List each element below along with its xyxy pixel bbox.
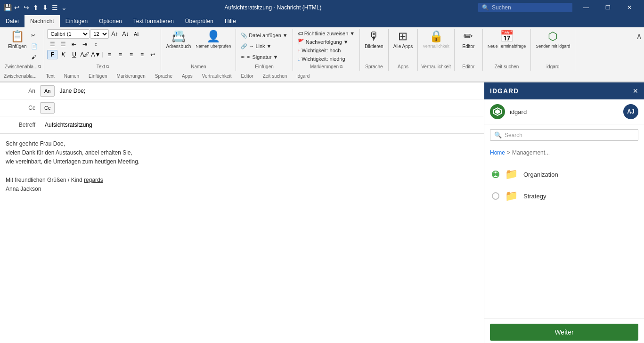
- richtlinie-button[interactable]: 🏷 Richtlinie zuweisen ▼: [296, 29, 357, 37]
- folder-name-organization: Organization: [523, 171, 558, 178]
- align-justify-button[interactable]: ≡: [137, 50, 147, 59]
- datei-dropdown[interactable]: ▼: [283, 33, 288, 38]
- folder-radio-organization[interactable]: [492, 171, 499, 178]
- cc-button[interactable]: Cc: [40, 102, 55, 114]
- editor-button[interactable]: ✏ Editor: [460, 29, 477, 63]
- side-footer: Weiter: [484, 318, 644, 343]
- side-close-button[interactable]: ✕: [633, 87, 638, 95]
- up-icon[interactable]: ⬆: [32, 4, 40, 11]
- body-line-1: Sehr geehrte Frau Doe,: [6, 139, 478, 148]
- an-button[interactable]: An: [40, 85, 55, 97]
- font-shrink-button[interactable]: A↓: [120, 29, 130, 39]
- customize-icon[interactable]: ☰: [51, 4, 58, 11]
- signatur-dropdown[interactable]: ▼: [273, 54, 278, 60]
- tab-textformatieren[interactable]: Text formatieren: [128, 15, 179, 27]
- font-family-select[interactable]: Calibri (1: [47, 29, 90, 39]
- font-row: Calibri (1 12 A↑ A↓ A⃝: [47, 29, 141, 39]
- kopieren-button[interactable]: 📄: [29, 41, 40, 51]
- tab-datei[interactable]: Datei: [0, 15, 24, 27]
- group-zeitsuchen: 📅 Neue Terminabfrage Zeit suchen: [483, 29, 531, 71]
- senden-mit-idgard-button[interactable]: ⬡ Senden mit idgard: [534, 29, 572, 63]
- restore-button[interactable]: ❐: [597, 0, 619, 15]
- wichtig-niedrig-button[interactable]: ↓ Wichtigkeit: niedrig: [296, 55, 357, 63]
- tab-einfuegen[interactable]: Einfügen: [60, 15, 93, 27]
- align-left-button[interactable]: ≡: [104, 50, 114, 59]
- diktieren-button[interactable]: 🎙 Diktieren: [363, 29, 385, 63]
- signatur-icon: ✒: [241, 54, 245, 60]
- regards-text: regards: [84, 177, 103, 183]
- highlight-button[interactable]: A🖊: [80, 50, 90, 59]
- weiter-button[interactable]: Weiter: [490, 324, 638, 341]
- zeitsuchen-content: 📅 Neue Terminabfrage: [486, 29, 528, 63]
- folder-radio-strategy[interactable]: [492, 192, 499, 200]
- markierungen-content: 🏷 Richtlinie zuweisen ▼ 🚩 Nachverfolgung…: [296, 29, 357, 63]
- zwischenablage-expand[interactable]: ⧉: [38, 64, 41, 69]
- align-right-button[interactable]: ≡: [126, 50, 136, 59]
- increase-indent-button[interactable]: ⇥: [80, 40, 90, 49]
- undo-icon[interactable]: ↩: [13, 4, 21, 11]
- decrease-indent-button[interactable]: ⇤: [69, 40, 79, 49]
- down-icon[interactable]: ⬇: [41, 4, 49, 11]
- body-line-5: Mit freundlichen Grüßen / Kind regards: [6, 176, 478, 185]
- signatur-button[interactable]: ✒ ✒ Signatur ▼: [239, 52, 289, 62]
- formatpinsel-button[interactable]: 🖌: [29, 52, 40, 62]
- vertraulichkeit-button[interactable]: 🔒 Vertraulichkeit: [421, 29, 451, 63]
- cc-input[interactable]: [57, 103, 484, 113]
- namen-pruefen-button[interactable]: 👤 Namen überprüfen: [194, 29, 233, 63]
- minimize-button[interactable]: —: [575, 0, 597, 15]
- ausschneiden-button[interactable]: ✂: [29, 30, 40, 41]
- datei-anfuegen-button[interactable]: 📎 Datei anfügen ▼: [239, 30, 289, 41]
- tab-optionen[interactable]: Optionen: [93, 15, 128, 27]
- tab-hilfe[interactable]: Hilfe: [219, 15, 242, 27]
- folder-item-strategy[interactable]: 📁 Strategy: [484, 185, 644, 207]
- search-icon: 🔍: [494, 131, 502, 139]
- rtl-button[interactable]: ↩: [147, 50, 158, 59]
- vertraulichkeit-label: Vertraulichkeit: [423, 44, 449, 49]
- nachverfolgung-dropdown[interactable]: ▼: [343, 39, 349, 45]
- richtlinie-dropdown[interactable]: ▼: [350, 31, 355, 36]
- font-size-select[interactable]: 12: [90, 29, 109, 39]
- numbered-list-button[interactable]: ☰: [58, 40, 68, 49]
- app-name: idgard: [510, 108, 619, 115]
- bold-button[interactable]: F: [47, 50, 57, 59]
- align-center-button[interactable]: ≡: [115, 50, 125, 59]
- link-button[interactable]: 🔗 → Link ▼: [239, 41, 289, 51]
- ribbon-bottom-zeitsuchen: Zeit suchen: [263, 74, 287, 79]
- clear-format-button[interactable]: A⃝: [131, 29, 141, 39]
- text-expand[interactable]: ⧉: [106, 64, 109, 69]
- redo-icon[interactable]: ↪: [23, 4, 30, 11]
- tab-nachricht[interactable]: Nachricht: [24, 15, 60, 27]
- nachverfolgung-button[interactable]: 🚩 Nachverfolgung ▼: [296, 38, 357, 46]
- side-search-input[interactable]: [505, 132, 634, 139]
- folder-icon-organization: 📁: [505, 168, 518, 180]
- markierungen-expand[interactable]: ⧉: [340, 64, 342, 69]
- font-grow-button[interactable]: A↑: [109, 29, 120, 39]
- ribbon-tab-bar: Datei Nachricht Einfügen Optionen Text f…: [0, 15, 644, 27]
- folder-item-organization[interactable]: 📁 Organization: [484, 163, 644, 185]
- sort-button[interactable]: ↕: [90, 40, 101, 49]
- mail-body[interactable]: Sehr geehrte Frau Doe, vielen Dank für d…: [0, 134, 484, 343]
- an-input[interactable]: [57, 86, 484, 96]
- apps-content: ⊞ Alle Apps: [391, 29, 415, 63]
- save-icon[interactable]: 💾: [4, 4, 11, 11]
- bullet-list-button[interactable]: ☰: [47, 40, 57, 49]
- italic-button[interactable]: K: [58, 50, 68, 59]
- underline-button[interactable]: U: [69, 50, 79, 59]
- alle-apps-button[interactable]: ⊞ Alle Apps: [391, 29, 415, 63]
- close-button[interactable]: ✕: [619, 0, 640, 15]
- tab-ueberpruefen[interactable]: Überprüfen: [179, 15, 219, 27]
- link-dropdown[interactable]: ▼: [267, 43, 272, 49]
- adressbuch-button[interactable]: 📇 Adressbuch: [164, 29, 193, 63]
- wichtig-hoch-button[interactable]: ↑ Wichtigkeit: hoch: [296, 47, 357, 55]
- neue-terminabfrage-button[interactable]: 📅 Neue Terminabfrage: [486, 29, 528, 63]
- namen-icon: 👤: [206, 31, 220, 42]
- title-search-input[interactable]: [492, 4, 567, 11]
- fontcolor-button[interactable]: A▼: [90, 50, 101, 59]
- einfuegen-button[interactable]: 📋 Einfügen: [6, 29, 28, 63]
- betreff-input[interactable]: [43, 120, 484, 130]
- breadcrumb-home[interactable]: Home: [490, 149, 505, 156]
- group-sprache: 🎙 Diktieren Sprache: [360, 29, 388, 71]
- dropdown-icon[interactable]: ⌄: [60, 4, 68, 11]
- ribbon-collapse-button[interactable]: ∧: [636, 31, 642, 41]
- zwischenablage-buttons: 📋 Einfügen ✂ 📄 🖌: [6, 29, 40, 63]
